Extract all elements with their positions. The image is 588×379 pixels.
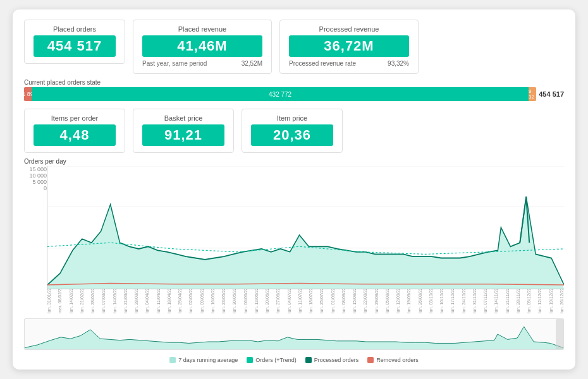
basket-price-value: 91,21 bbox=[142, 124, 224, 146]
item-price-value: 20,36 bbox=[251, 124, 333, 146]
placed-revenue-sub-label: Past year, same period bbox=[142, 60, 207, 67]
basket-price-card: Basket price 91,21 bbox=[133, 109, 234, 153]
chart-legend: 7 days running average Orders (+Trend) P… bbox=[24, 357, 564, 363]
svg-marker-5 bbox=[25, 327, 563, 349]
x-label-46: lun. 12/12/22 bbox=[537, 289, 542, 313]
main-chart-section: Orders per day 15 000 10 000 5 000 0 bbox=[24, 158, 564, 313]
pb-total: 454 517 bbox=[539, 90, 564, 98]
item-price-card: Item price 20,36 bbox=[242, 109, 343, 153]
items-per-order-label: Items per order bbox=[34, 114, 116, 122]
x-label-40: lun. 31/10/22 bbox=[472, 289, 477, 313]
x-label-39: lun. 24/10/22 bbox=[462, 289, 466, 313]
x-label-41: lun. 07/11/22 bbox=[483, 289, 487, 313]
placed-orders-card: Placed orders 454 517 bbox=[24, 20, 125, 64]
chart-body: lun. 31/01/22 mar. 08/02/22 lun. 14/02/2… bbox=[47, 166, 564, 313]
x-label-17: lun. 23/05/22 bbox=[221, 289, 226, 313]
pb-orange: 9 32 bbox=[529, 87, 536, 101]
top-kpi-row: Placed orders 454 517 Placed revenue 41,… bbox=[24, 20, 564, 74]
processed-revenue-value: 36,72M bbox=[289, 35, 409, 57]
item-price-label: Item price bbox=[251, 114, 333, 122]
x-label-35: lun. 26/09/22 bbox=[418, 289, 422, 313]
progress-section: Current placed orders state 11 897 432 7… bbox=[24, 79, 564, 101]
x-label-18: lun. 30/05/22 bbox=[232, 289, 236, 313]
legend-item-7day: 7 days running average bbox=[169, 357, 238, 363]
x-label-42: lun. 14/11/22 bbox=[494, 289, 498, 313]
x-label-23: lun. 04/07/22 bbox=[287, 289, 291, 313]
x-label-38: lun. 17/10/22 bbox=[450, 289, 455, 313]
placed-revenue-card: Placed revenue 41,46M Past year, same pe… bbox=[133, 20, 272, 74]
x-label-24: lun. 11/07/22 bbox=[298, 289, 302, 313]
processed-revenue-card: Processed revenue 36,72M Processed reven… bbox=[279, 20, 419, 74]
x-label-33: lun. 12/09/22 bbox=[396, 289, 400, 313]
progress-bar: 11 897 432 772 9 32 bbox=[24, 87, 536, 101]
legend-label-removed: Removed orders bbox=[376, 357, 419, 363]
y-label-0: 0 bbox=[24, 185, 47, 191]
x-label-20: lun. 13/06/22 bbox=[254, 289, 259, 313]
x-label-27: lun. 01/08/22 bbox=[331, 289, 335, 313]
legend-item-orders: Orders (+Trend) bbox=[247, 357, 296, 363]
x-label-8: lun. 21/03/22 bbox=[123, 289, 128, 313]
legend-label-orders: Orders (+Trend) bbox=[255, 357, 296, 363]
x-label-32: lun. 05/09/22 bbox=[385, 289, 389, 313]
x-label-16: lun. 16/05/22 bbox=[211, 289, 215, 313]
y-label-15000: 15 000 bbox=[24, 166, 47, 172]
x-label-22: lun. 27/06/22 bbox=[276, 289, 280, 313]
placed-revenue-sub: Past year, same period 32,52M bbox=[142, 60, 262, 67]
main-chart-svg bbox=[47, 166, 564, 289]
dashboard: Placed orders 454 517 Placed revenue 41,… bbox=[13, 9, 575, 370]
legend-color-orders bbox=[247, 357, 253, 363]
x-label-43: lun. 21/11/22 bbox=[505, 289, 510, 313]
x-label-28: lun. 08/08/22 bbox=[341, 289, 346, 313]
x-label-47: lun. 19/12/22 bbox=[549, 289, 553, 313]
mini-chart bbox=[24, 318, 564, 350]
items-per-order-card: Items per order 4,48 bbox=[24, 109, 125, 153]
progress-bar-container: 11 897 432 772 9 32 454 517 bbox=[24, 87, 564, 101]
x-label-15: lun. 09/05/22 bbox=[200, 289, 204, 313]
x-label-37: lun. 10/10/22 bbox=[439, 289, 444, 313]
x-label-1: lun. 31/01/22 bbox=[47, 289, 51, 313]
processed-revenue-sub-label: Processed revenue rate bbox=[289, 60, 356, 67]
x-label-3: lun. 14/02/22 bbox=[69, 289, 73, 313]
pb-center-value: 432 772 bbox=[269, 91, 291, 98]
legend-item-processed: Processed orders bbox=[305, 357, 359, 363]
y-label-10000: 10 000 bbox=[24, 172, 47, 179]
mini-chart-scrollbar[interactable] bbox=[556, 319, 563, 349]
second-kpi-row: Items per order 4,48 Basket price 91,21 … bbox=[24, 109, 564, 153]
pb-right-value: 9 32 bbox=[529, 88, 536, 100]
placed-revenue-sub-value: 32,52M bbox=[242, 60, 262, 67]
processed-revenue-label: Processed revenue bbox=[289, 25, 409, 33]
x-label-7: lun. 14/03/22 bbox=[113, 289, 117, 313]
x-label-6: lun. 07/03/22 bbox=[101, 289, 106, 313]
y-axis: 15 000 10 000 5 000 0 bbox=[24, 166, 47, 313]
x-label-48: lun. 26/12/22 bbox=[560, 289, 564, 313]
placed-revenue-label: Placed revenue bbox=[142, 25, 262, 33]
placed-orders-label: Placed orders bbox=[34, 25, 116, 33]
x-label-19: lun. 06/06/22 bbox=[243, 289, 248, 313]
x-label-14: lun. 02/05/22 bbox=[188, 289, 193, 313]
legend-color-processed bbox=[305, 357, 312, 363]
legend-color-7day bbox=[169, 357, 176, 363]
x-label-10: lun. 04/04/22 bbox=[145, 289, 149, 313]
x-label-30: lun. 22/08/22 bbox=[363, 289, 367, 313]
y-axis-labels: 15 000 10 000 5 000 0 bbox=[24, 166, 47, 191]
legend-item-removed: Removed orders bbox=[367, 357, 419, 363]
placed-revenue-value: 41,46M bbox=[142, 35, 262, 57]
x-label-29: lun. 15/08/22 bbox=[352, 289, 357, 313]
x-label-31: lun. 29/08/22 bbox=[374, 289, 379, 313]
items-per-order-value: 4,48 bbox=[34, 124, 116, 146]
x-label-44: lun. 28/11/22 bbox=[516, 289, 520, 313]
x-label-45: lun. 05/12/22 bbox=[527, 289, 531, 313]
x-label-2: mar. 08/02/22 bbox=[58, 289, 62, 313]
x-label-13: lun. 25/04/22 bbox=[178, 289, 182, 313]
x-label-25: lun. 18/07/22 bbox=[309, 289, 313, 313]
legend-label-7day: 7 days running average bbox=[178, 357, 238, 363]
progress-label: Current placed orders state bbox=[24, 79, 564, 86]
x-label-26: lun. 25/07/22 bbox=[319, 289, 324, 313]
basket-price-label: Basket price bbox=[142, 114, 224, 122]
x-label-11: lun. 11/04/22 bbox=[156, 289, 161, 313]
legend-label-processed: Processed orders bbox=[314, 357, 359, 363]
x-label-36: lun. 03/10/22 bbox=[429, 289, 433, 313]
chart-title: Orders per day bbox=[24, 158, 564, 165]
processed-revenue-sub: Processed revenue rate 93,32% bbox=[289, 60, 409, 67]
chart-canvas bbox=[47, 166, 564, 289]
